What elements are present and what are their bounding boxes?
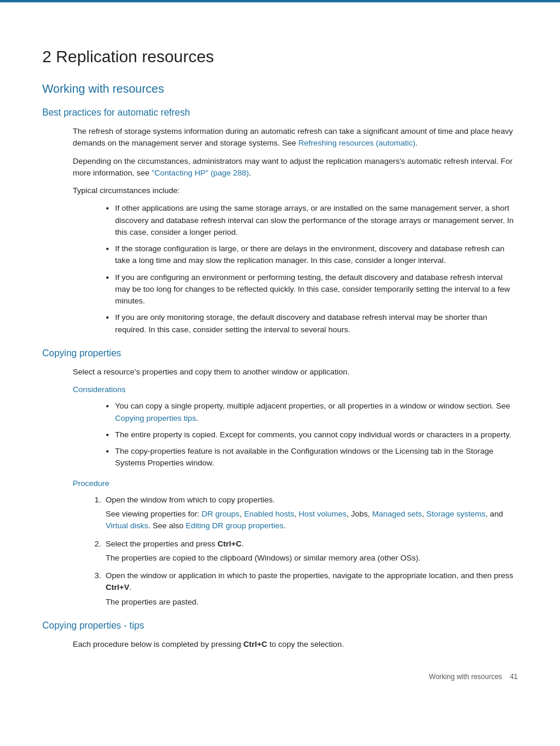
link-managed-sets[interactable]: Managed sets [372,509,422,518]
best-practices-para1: The refresh of storage systems informati… [73,126,518,150]
top-border [0,0,560,2]
considerations-bullets: You can copy a single property, multiple… [115,400,518,469]
procedure-steps: Open the window from which to copy prope… [103,494,518,608]
chapter-title: 2 Replication resources [42,45,518,69]
step-2-subpara: The properties are copied to the clipboa… [106,552,518,564]
copying-properties-tips-body: Each procedure below is completed by pre… [73,639,518,650]
bullet-item: If you are configuring an environment or… [115,272,518,308]
section-copying-properties-tips: Copying properties - tips Each procedure… [42,619,518,650]
subsubsection-considerations: Considerations [73,384,518,396]
copying-properties-tips-intro: Each procedure below is completed by pre… [73,639,518,650]
step-1: Open the window from which to copy prope… [103,494,518,532]
link-contacting-hp[interactable]: "Contacting HP" (page 288) [151,168,249,177]
subsection-copying-properties: Copying properties [42,346,518,360]
section-best-practices: Best practices for automatic refresh The… [42,106,518,336]
bullet-item: If the storage configuration is large, o… [115,243,518,267]
link-copying-properties-tips[interactable]: Copying properties tips [115,414,196,423]
best-practices-para2: Depending on the circumstances, administ… [73,156,518,180]
link-host-volumes[interactable]: Host volumes [299,509,347,518]
best-practices-body: The refresh of storage systems informati… [73,126,518,336]
subsubsection-procedure: Procedure [73,478,518,490]
subsection-copying-properties-tips: Copying properties - tips [42,619,518,633]
ctrl-c-tips-label: Ctrl+C [243,640,267,649]
step-3-subpara: The properties are pasted. [106,596,518,608]
ctrl-v-label: Ctrl+V [106,583,129,592]
copying-properties-intro: Select a resource's properties and copy … [73,366,518,378]
sub-section-considerations: Considerations You can copy a single pro… [73,384,518,470]
subsection-best-practices: Best practices for automatic refresh [42,106,518,120]
step-2: Select the properties and press Ctrl+C. … [103,538,518,565]
footer-section: Working with resources 41 [429,673,518,681]
step-1-subpara: See viewing properties for: DR groups, E… [106,508,518,532]
link-storage-systems[interactable]: Storage systems [426,509,485,518]
bullet-item: The entire property is copied. Except fo… [115,429,518,441]
link-dr-groups[interactable]: DR groups [202,509,240,518]
page-content: 2 Replication resources Working with res… [0,21,560,696]
ctrl-c-label: Ctrl+C [218,539,242,548]
section-working-with-resources: Working with resources [42,80,518,97]
step-3: Open the window or application in which … [103,570,518,608]
best-practices-para3: Typical circumstances include: [73,185,518,197]
copying-properties-body: Select a resource's properties and copy … [73,366,518,608]
bullet-item: If you are only monitoring storage, the … [115,312,518,336]
link-refreshing-resources[interactable]: Refreshing resources (automatic) [298,139,416,147]
footer: Working with resources 41 [429,671,518,682]
best-practices-bullets: If other applications are using the same… [115,202,518,336]
bullet-item: The copy-properties feature is not avail… [115,445,518,470]
bullet-item: You can copy a single property, multiple… [115,400,518,424]
bullet-item: If other applications are using the same… [115,202,518,238]
sub-section-procedure: Procedure Open the window from which to … [73,478,518,608]
link-enabled-hosts[interactable]: Enabled hosts [244,509,295,518]
section-copying-properties: Copying properties Select a resource's p… [42,346,518,608]
link-virtual-disks[interactable]: Virtual disks [106,521,149,530]
link-editing-dr-group-properties[interactable]: Editing DR group properties [185,521,284,530]
